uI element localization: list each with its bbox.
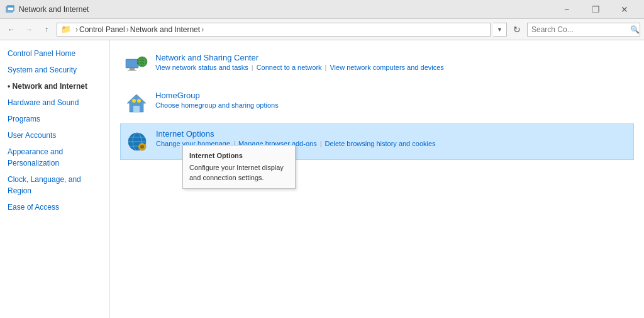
window-icon	[5, 4, 15, 14]
sidebar-item-user-accounts[interactable]: User Accounts	[0, 127, 109, 144]
address-dropdown[interactable]: ▼	[493, 23, 507, 37]
choose-homegroup-link[interactable]: Choose homegroup and sharing options	[155, 101, 279, 109]
refresh-button[interactable]: ↻	[509, 22, 525, 37]
sidebar-item-network-internet: Network and Internet	[0, 78, 109, 94]
window-controls: − ❐ ✕	[552, 0, 639, 19]
up-button[interactable]: ↑	[39, 22, 54, 37]
svg-rect-4	[130, 68, 135, 70]
forward-button[interactable]: →	[21, 22, 36, 37]
view-network-status-link[interactable]: View network status and tasks	[155, 64, 248, 71]
homegroup-links: Choose homegroup and sharing options	[155, 101, 630, 109]
sidebar-item-system-security[interactable]: System and Security	[0, 62, 109, 78]
path-control-panel: Control Panel	[79, 25, 125, 34]
network-sharing-icon	[124, 53, 149, 78]
address-path[interactable]: 📁 › Control Panel › Network and Internet…	[57, 23, 491, 37]
network-sharing-title[interactable]: Network and Sharing Center	[155, 53, 630, 62]
section-homegroup: HomeGroup Choose homegroup and sharing o…	[120, 86, 634, 121]
svg-rect-3	[126, 59, 138, 68]
title-bar: Network and Internet − ❐ ✕	[0, 0, 644, 19]
sidebar-item-ease-of-access[interactable]: Ease of Access	[0, 199, 109, 215]
main-container: Control Panel Home System and Security N…	[0, 40, 644, 318]
internet-options-icon	[125, 129, 150, 154]
view-network-computers-link[interactable]: View network computers and devices	[330, 64, 443, 71]
svg-rect-26	[144, 146, 146, 147]
sidebar-item-hardware-sound[interactable]: Hardware and Sound	[0, 94, 109, 111]
homegroup-icon	[124, 91, 149, 116]
svg-rect-23	[142, 143, 143, 145]
tooltip-title: Internet Options	[189, 150, 289, 161]
connect-to-network-link[interactable]: Connect to a network	[257, 64, 322, 71]
path-network-internet: Network and Internet	[130, 25, 200, 34]
sidebar-item-control-panel-home[interactable]: Control Panel Home	[0, 45, 109, 62]
sidebar: Control Panel Home System and Security N…	[0, 40, 110, 318]
tooltip-description: Configure your Internet display and conn…	[189, 162, 289, 183]
tooltip: Internet Options Configure your Internet…	[182, 145, 296, 189]
svg-rect-5	[128, 70, 136, 71]
svg-rect-25	[138, 146, 140, 147]
window-title: Network and Internet	[19, 5, 552, 14]
network-sharing-links: View network status and tasks | Connect …	[155, 64, 630, 71]
sidebar-item-appearance-personalization[interactable]: Appearance and Personalization	[0, 144, 109, 171]
svg-point-15	[137, 99, 141, 103]
section-network-sharing: Network and Sharing Center View network …	[120, 48, 634, 83]
svg-rect-2	[8, 6, 14, 8]
internet-options-title[interactable]: Internet Options	[156, 129, 630, 139]
minimize-button[interactable]: −	[552, 0, 581, 19]
address-bar: ← → ↑ 📁 › Control Panel › Network and In…	[0, 19, 644, 40]
maximize-button[interactable]: ❐	[581, 0, 610, 19]
homegroup-content: HomeGroup Choose homegroup and sharing o…	[155, 91, 630, 109]
network-sharing-content: Network and Sharing Center View network …	[155, 53, 630, 71]
search-input[interactable]	[528, 25, 630, 34]
svg-point-22	[140, 145, 144, 149]
search-icon: 🔍	[630, 23, 640, 37]
delete-browsing-history-link[interactable]: Delete browsing history and cookies	[325, 140, 436, 147]
svg-point-14	[132, 99, 136, 103]
svg-rect-13	[133, 106, 140, 112]
folder-icon-small: 📁	[61, 25, 71, 34]
sidebar-item-programs[interactable]: Programs	[0, 111, 109, 127]
close-button[interactable]: ✕	[610, 0, 639, 19]
homegroup-title[interactable]: HomeGroup	[155, 91, 630, 100]
search-box[interactable]: 🔍	[527, 23, 640, 37]
back-button[interactable]: ←	[4, 22, 19, 37]
sidebar-item-clock-language-region[interactable]: Clock, Language, and Region	[0, 171, 109, 199]
svg-rect-24	[142, 149, 143, 150]
